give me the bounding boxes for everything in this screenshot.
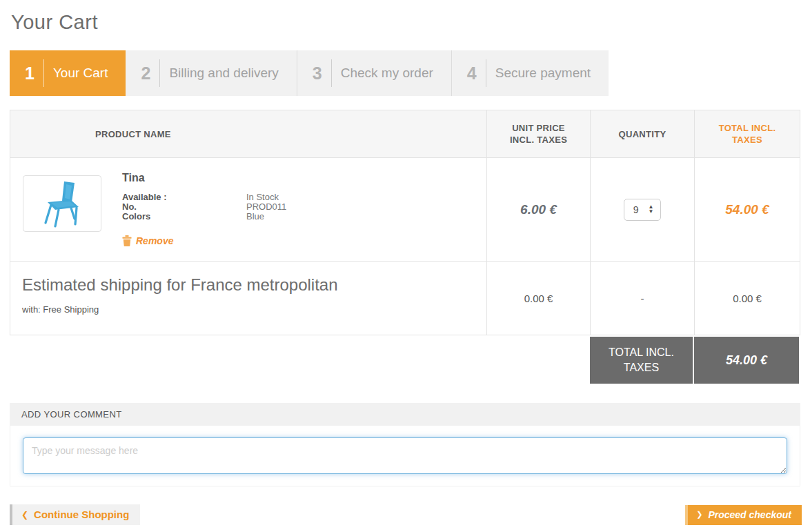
proceed-checkout-button[interactable]: ❯ Proceed checkout — [685, 505, 802, 525]
step-check-order[interactable]: 3 Check my order — [297, 50, 451, 96]
cart-total-summary: TOTAL INCL. TAXES 54.00 € — [590, 337, 800, 384]
product-row: Tina Available : In Stock No. PROD011 Co… — [10, 158, 800, 262]
header-total: TOTAL INCL. TAXES — [694, 110, 800, 157]
unit-price-cell: 6.00 € — [486, 158, 590, 261]
header-quantity: QUANTITY — [590, 110, 694, 157]
chevron-left-icon: ❮ — [21, 510, 28, 520]
attribute-value: In Stock — [246, 193, 279, 202]
step-label: Your Cart — [53, 66, 108, 81]
summary-total-value: 54.00 € — [693, 337, 799, 384]
quantity-value: 9 — [633, 204, 639, 215]
step-label: Billing and delivery — [169, 66, 278, 81]
summary-total-label: TOTAL INCL. TAXES — [590, 337, 693, 384]
product-info: Tina Available : In Stock No. PROD011 Co… — [122, 168, 286, 261]
step-billing-delivery[interactable]: 2 Billing and delivery — [126, 50, 296, 96]
step-label: Secure payment — [495, 66, 591, 81]
step-number: 3 — [313, 63, 322, 83]
attribute-value: Blue — [246, 212, 264, 221]
step-separator — [486, 59, 486, 87]
remove-product-link[interactable]: Remove — [122, 235, 173, 246]
proceed-checkout-label: Proceed checkout — [708, 509, 791, 520]
total-price-value: 54.00 € — [725, 202, 769, 217]
unit-price-value: 6.00 € — [520, 202, 557, 217]
step-secure-payment[interactable]: 4 Secure payment — [451, 50, 609, 96]
header-product-name: PRODUCT NAME — [10, 110, 486, 157]
attribute-label: No. — [122, 202, 246, 212]
step-separator — [159, 59, 160, 87]
shipping-quantity: - — [641, 293, 644, 304]
attribute-row: Available : In Stock — [122, 193, 286, 202]
step-number: 4 — [467, 63, 477, 83]
step-label: Check my order — [341, 66, 433, 81]
shipping-unit-price-cell: 0.00 € — [486, 262, 590, 335]
comment-textarea[interactable] — [23, 437, 787, 474]
continue-shopping-button[interactable]: ❮ Continue Shopping — [10, 504, 140, 525]
shipping-row: Estimated shipping for France metropolit… — [10, 262, 800, 335]
checkout-steps: 1 Your Cart 2 Billing and delivery 3 Che… — [10, 50, 585, 96]
step-number: 1 — [25, 63, 34, 83]
quantity-cell: 9 ▲ ▼ — [590, 158, 694, 261]
chair-image — [28, 179, 96, 228]
step-number: 2 — [141, 63, 150, 83]
step-separator — [331, 59, 332, 87]
shipping-total: 0.00 € — [733, 293, 762, 304]
shipping-title: Estimated shipping for France metropolit… — [22, 275, 486, 295]
cart-footer: ❮ Continue Shopping ❯ Proceed checkout — [10, 504, 802, 525]
attribute-label: Available : — [122, 193, 246, 202]
chevron-right-icon: ❯ — [696, 510, 702, 519]
quantity-arrows: ▲ ▼ — [648, 205, 653, 215]
attribute-row: Colors Blue — [122, 212, 286, 221]
total-price-cell: 54.00 € — [694, 158, 800, 261]
shipping-quantity-cell: - — [590, 262, 694, 335]
attribute-label: Colors — [122, 212, 246, 221]
product-cell: Tina Available : In Stock No. PROD011 Co… — [10, 158, 486, 261]
step-your-cart[interactable]: 1 Your Cart — [10, 50, 126, 96]
attribute-value: PROD011 — [246, 202, 286, 212]
cart-page: Your Cart 1 Your Cart 2 Billing and deli… — [0, 0, 810, 525]
comment-heading: ADD YOUR COMMENT — [10, 403, 800, 426]
shipping-unit-price: 0.00 € — [524, 293, 553, 304]
shipping-total-cell: 0.00 € — [694, 262, 800, 335]
attribute-row: No. PROD011 — [122, 202, 286, 212]
continue-shopping-label: Continue Shopping — [34, 509, 129, 520]
remove-label: Remove — [136, 235, 173, 246]
comment-body — [10, 426, 800, 486]
quantity-decrease-icon[interactable]: ▼ — [648, 210, 653, 215]
shipping-carrier: with: Free Shipping — [22, 304, 486, 315]
page-title: Your Cart — [11, 11, 800, 34]
product-name-link[interactable]: Tina — [122, 172, 286, 184]
cart-table: PRODUCT NAME UNIT PRICE INCL. TAXES QUAN… — [10, 110, 800, 335]
comment-section: ADD YOUR COMMENT — [10, 403, 800, 486]
step-separator — [43, 59, 44, 87]
cart-table-header: PRODUCT NAME UNIT PRICE INCL. TAXES QUAN… — [10, 110, 800, 158]
header-unit-price: UNIT PRICE INCL. TAXES — [486, 110, 590, 157]
quantity-stepper[interactable]: 9 ▲ ▼ — [624, 199, 662, 221]
product-thumbnail[interactable] — [23, 175, 101, 232]
shipping-cell: Estimated shipping for France metropolit… — [10, 262, 486, 335]
trash-icon — [122, 235, 132, 246]
